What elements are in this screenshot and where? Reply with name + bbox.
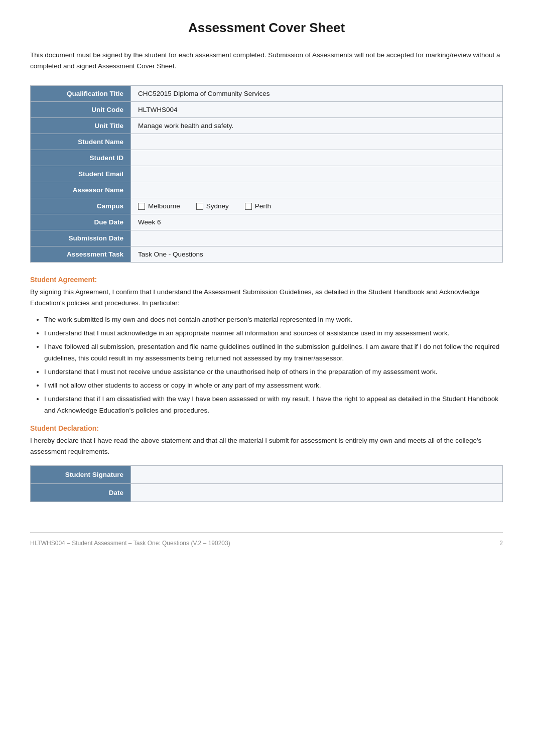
list-item: I have followed all submission, presenta… [44,341,503,364]
row-label-student-email: Student Email [31,166,131,182]
checkbox-sydney[interactable] [196,203,203,210]
row-value-qualification-title: CHC52015 Diploma of Community Services [131,86,503,102]
table-row: Student Email [31,166,503,182]
table-row: Student Signature [31,466,503,484]
intro-text: This document must be signed by the stud… [30,50,503,71]
campus-sydney[interactable]: Sydney [196,202,229,210]
footer-right: 2 [499,540,503,547]
student-declaration-heading: Student Declaration: [30,424,503,432]
row-label-unit-code: Unit Code [31,102,131,118]
cover-table: Qualification Title CHC52015 Diploma of … [30,85,503,263]
list-item: I understand that I must acknowledge in … [44,328,503,339]
campus-melbourne[interactable]: Melbourne [138,202,180,210]
sig-value-signature[interactable] [131,466,503,484]
footer-left: HLTWHS004 – Student Assessment – Task On… [30,540,230,547]
page-title: Assessment Cover Sheet [30,20,503,36]
campus-perth-label: Perth [255,202,271,210]
row-value-unit-code: HLTWHS004 [131,102,503,118]
list-item: The work submitted is my own and does no… [44,314,503,325]
student-agreement-section: Student Agreement: By signing this Agree… [30,276,503,416]
table-row: Submission Date [31,230,503,246]
student-declaration-section: Student Declaration: I hereby declare th… [30,424,503,458]
row-label-submission-date: Submission Date [31,230,131,246]
table-row: Qualification Title CHC52015 Diploma of … [31,86,503,102]
sig-label-date: Date [31,484,131,502]
sig-value-date[interactable] [131,484,503,502]
row-label-campus: Campus [31,198,131,214]
campus-sydney-label: Sydney [206,202,229,210]
table-row: Assessor Name [31,182,503,198]
table-row: Assessment Task Task One - Questions [31,246,503,263]
row-label-qualification-title: Qualification Title [31,86,131,102]
row-label-due-date: Due Date [31,214,131,230]
row-label-student-name: Student Name [31,134,131,150]
row-value-student-email[interactable] [131,166,503,182]
row-value-unit-title: Manage work health and safety. [131,118,503,134]
footer: HLTWHS004 – Student Assessment – Task On… [30,532,503,552]
row-label-unit-title: Unit Title [31,118,131,134]
row-value-assessment-task: Task One - Questions [131,246,503,263]
checkbox-melbourne[interactable] [138,203,145,210]
table-row: Unit Title Manage work health and safety… [31,118,503,134]
table-row: Student ID [31,150,503,166]
row-value-assessor-name[interactable] [131,182,503,198]
agreement-list: The work submitted is my own and does no… [44,314,503,416]
list-item: I understand that I must not receive und… [44,366,503,377]
sig-label-signature: Student Signature [31,466,131,484]
campus-perth[interactable]: Perth [245,202,271,210]
table-row: Campus Melbourne Sydney Perth [31,198,503,214]
checkbox-perth[interactable] [245,203,252,210]
campus-melbourne-label: Melbourne [148,202,180,210]
table-row: Due Date Week 6 [31,214,503,230]
row-value-campus: Melbourne Sydney Perth [131,198,503,214]
list-item: I understand that if I am dissatisfied w… [44,394,503,416]
row-value-student-name[interactable] [131,134,503,150]
table-row: Student Name [31,134,503,150]
table-row: Date [31,484,503,502]
table-row: Unit Code HLTWHS004 [31,102,503,118]
student-declaration-body: I hereby declare that I have read the ab… [30,435,503,458]
row-label-assessor-name: Assessor Name [31,182,131,198]
row-value-student-id[interactable] [131,150,503,166]
row-value-submission-date[interactable] [131,230,503,246]
student-agreement-heading: Student Agreement: [30,276,503,284]
list-item: I will not allow other students to acces… [44,380,503,391]
row-label-assessment-task: Assessment Task [31,246,131,263]
row-label-student-id: Student ID [31,150,131,166]
signature-table: Student Signature Date [30,465,503,502]
student-agreement-intro: By signing this Agreement, I confirm tha… [30,287,503,309]
row-value-due-date: Week 6 [131,214,503,230]
